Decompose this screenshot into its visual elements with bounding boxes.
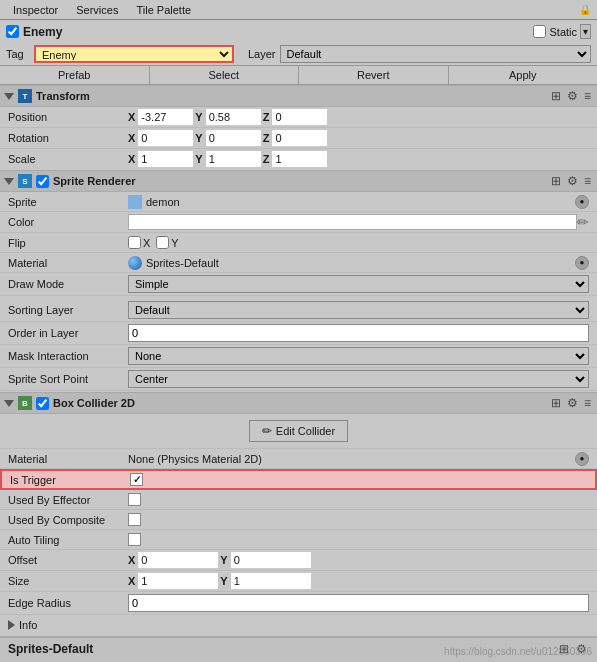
sprite-select-btn[interactable]: ● [575,195,589,209]
offset-y-input[interactable] [231,552,311,568]
tag-select[interactable]: Enemy [34,45,234,63]
flip-y-label: Y [171,237,178,249]
box-collider-collapse-icon[interactable] [4,400,14,407]
layer-label: Layer [248,48,276,60]
static-dropdown[interactable]: ▾ [580,24,591,39]
tab-inspector[interactable]: Inspector [4,1,67,19]
material-select-btn[interactable]: ● [575,256,589,270]
bc-tool2[interactable]: ⚙ [565,396,580,410]
static-section: Static ▾ [533,24,591,39]
sprite-sort-point-select[interactable]: Center [128,370,589,388]
sorting-layer-select[interactable]: Default [128,301,589,319]
order-in-layer-value [128,324,589,342]
apply-button[interactable]: Apply [449,66,598,84]
rotation-x-input[interactable]: 0 [138,130,193,146]
position-label: Position [8,111,128,123]
color-swatch[interactable] [128,214,577,230]
transform-tool2[interactable]: ⚙ [565,89,580,103]
offset-label: Offset [8,554,128,566]
box-collider-tools: ⊞ ⚙ ≡ [549,396,593,410]
is-trigger-checkbox[interactable] [130,473,143,486]
scale-z-label: Z [263,153,270,165]
info-row: Info [0,615,597,635]
layer-select[interactable]: Default [280,45,591,63]
select-button[interactable]: Select [150,66,300,84]
position-x-input[interactable]: -3.27 [138,109,193,125]
used-by-effector-checkbox[interactable] [128,493,141,506]
gameobject-name: Enemy [23,25,529,39]
scale-z-input[interactable]: 1 [272,151,327,167]
rotation-z-input[interactable]: 0 [272,130,327,146]
flip-row: Flip X Y [0,233,597,253]
revert-button[interactable]: Revert [299,66,449,84]
scale-x-input[interactable]: 1 [138,151,193,167]
order-in-layer-row: Order in Layer [0,322,597,345]
color-picker-icon[interactable]: ✏ [577,214,589,230]
sprite-renderer-enabled[interactable] [36,175,49,188]
rotation-label: Rotation [8,132,128,144]
bc-tool3[interactable]: ≡ [582,396,593,410]
gameobject-enabled-checkbox[interactable] [6,25,19,38]
used-by-composite-checkbox[interactable] [128,513,141,526]
rotation-xyz: X 0 Y 0 Z 0 [128,130,589,146]
size-y-input[interactable] [231,573,311,589]
tag-layer-row: Tag Enemy Layer Default [0,43,597,65]
material-section-name: Sprites-Default [8,642,93,656]
rotation-row: Rotation X 0 Y 0 Z 0 [0,128,597,149]
order-in-layer-input[interactable] [128,324,589,342]
size-x-input[interactable] [138,573,218,589]
offset-x-input[interactable] [138,552,218,568]
edge-radius-label: Edge Radius [8,597,128,609]
offset-xy: X Y [128,552,589,568]
edit-collider-button[interactable]: ✏ Edit Collider [249,420,348,442]
order-in-layer-label: Order in Layer [8,327,128,339]
prefab-button[interactable]: Prefab [0,66,150,84]
rotation-y-input[interactable]: 0 [206,130,261,146]
scale-y-input[interactable]: 1 [206,151,261,167]
info-expand-icon[interactable] [8,620,15,630]
draw-mode-select[interactable]: Simple [128,275,589,293]
flip-group: X Y [128,236,589,249]
sr-tool1[interactable]: ⊞ [549,174,563,188]
bc-tool1[interactable]: ⊞ [549,396,563,410]
scale-label: Scale [8,153,128,165]
tag-label: Tag [6,48,30,60]
flip-x-item: X [128,236,150,249]
position-z-input[interactable]: 0 [272,109,327,125]
sorting-layer-value: Default [128,301,589,319]
sr-tool3[interactable]: ≡ [582,174,593,188]
static-checkbox[interactable] [533,25,546,38]
transform-collapse-icon[interactable] [4,93,14,100]
sprite-icon [128,195,142,209]
auto-tiling-checkbox[interactable] [128,533,141,546]
sprite-renderer-title: Sprite Renderer [53,175,545,187]
tab-tile-palette[interactable]: Tile Palette [127,1,200,19]
used-by-effector-row: Used By Effector [0,490,597,510]
flip-label: Flip [8,237,128,249]
position-y-input[interactable]: 0.58 [206,109,261,125]
sprite-renderer-collapse-icon[interactable] [4,178,14,185]
sr-tool2[interactable]: ⚙ [565,174,580,188]
flip-y-checkbox[interactable] [156,236,169,249]
used-by-effector-label: Used By Effector [8,494,128,506]
collider-material-name: None (Physics Material 2D) [128,453,262,465]
lock-icon[interactable]: 🔒 [579,4,591,15]
auto-tiling-row: Auto Tiling [0,530,597,550]
mask-interaction-row: Mask Interaction None [0,345,597,368]
transform-tool1[interactable]: ⊞ [549,89,563,103]
tab-services[interactable]: Services [67,1,127,19]
offset-row: Offset X Y [0,550,597,571]
mask-interaction-select[interactable]: None [128,347,589,365]
box-collider-enabled[interactable] [36,397,49,410]
sprite-sort-point-value: Center [128,370,589,388]
transform-tool3[interactable]: ≡ [582,89,593,103]
pos-y-label: Y [195,111,202,123]
draw-mode-row: Draw Mode Simple [0,273,597,296]
edge-radius-input[interactable] [128,594,589,612]
tab-bar: Inspector Services Tile Palette 🔒 [0,0,597,20]
position-xyz: X -3.27 Y 0.58 Z 0 [128,109,589,125]
flip-x-checkbox[interactable] [128,236,141,249]
rot-z-label: Z [263,132,270,144]
mask-interaction-label: Mask Interaction [8,350,128,362]
collider-material-btn[interactable]: ● [575,452,589,466]
